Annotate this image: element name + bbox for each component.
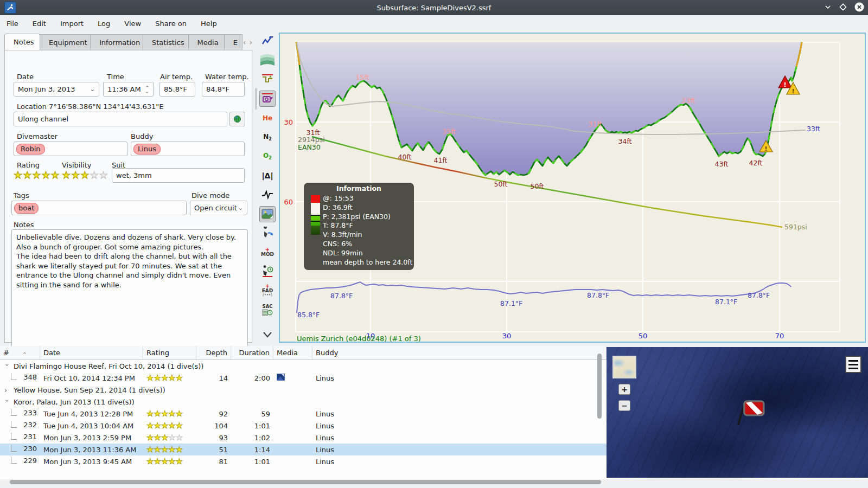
star-icon[interactable]: ★ (41, 170, 50, 180)
star-icon[interactable]: ★ (176, 373, 183, 383)
menu-import[interactable]: Import (60, 20, 84, 28)
column-header-depth[interactable]: Depth (196, 346, 231, 359)
tab-notes[interactable]: Notes (4, 34, 40, 50)
star-icon[interactable]: ★ (146, 421, 154, 431)
water-temp-field[interactable]: 84.8°F (202, 82, 245, 97)
menu-edit[interactable]: Edit (33, 20, 46, 28)
dive-row-348[interactable]: 348Fri Oct 10, 2014 12:34 PM★★★★★142:00L… (0, 372, 607, 384)
expand-icon[interactable]: › (4, 386, 10, 394)
toggle-nitrogen-button[interactable]: N2 (259, 129, 276, 145)
column-header-rating[interactable]: Rating (143, 346, 196, 359)
scroll-down-button[interactable] (259, 326, 276, 343)
toggle-ndl-button[interactable] (259, 264, 276, 280)
column-header-duration[interactable]: Duration (231, 346, 273, 359)
collapse-icon[interactable]: › (3, 399, 11, 404)
tag-boat[interactable]: boat (14, 203, 39, 214)
star-icon[interactable]: ★ (176, 421, 183, 431)
dive-row-230[interactable]: 230Mon Jun 3, 2013 11:36 AM★★★★★511:14Li… (0, 444, 607, 455)
air-temp-field[interactable]: 85.8°F (159, 82, 195, 97)
maximize-button[interactable] (839, 3, 847, 13)
map-zoom-out-button[interactable]: − (618, 400, 630, 411)
star-icon[interactable]: ★ (146, 445, 154, 454)
dive-row-229[interactable]: 229Mon Jun 3, 2013 9:45 AM★★★★★811:01Lin… (0, 455, 607, 467)
visibility-stars[interactable]: ★★★★★ (62, 170, 108, 180)
dive-list-horizontal-scrollbar[interactable] (0, 479, 607, 485)
tab-statistics[interactable]: Statistics (143, 34, 189, 50)
star-icon[interactable]: ★ (90, 170, 98, 180)
toggle-dc-ceiling-button[interactable] (259, 225, 276, 241)
star-icon[interactable]: ★ (51, 170, 60, 180)
star-icon[interactable]: ★ (154, 409, 161, 419)
toggle-mod-button[interactable]: +MOD (259, 244, 276, 260)
star-icon[interactable]: ★ (146, 373, 154, 383)
star-icon[interactable]: ★ (146, 457, 154, 466)
star-icon[interactable]: ★ (80, 170, 89, 180)
tags-field[interactable]: boat (11, 201, 187, 215)
map-zoom-in-button[interactable]: + (618, 384, 630, 395)
star-icon[interactable]: ★ (161, 445, 168, 454)
tab-e[interactable]: E (224, 34, 242, 50)
tab-media[interactable]: Media (188, 34, 225, 50)
star-icon[interactable]: ★ (161, 433, 168, 442)
menu-log[interactable]: Log (98, 20, 110, 28)
star-icon[interactable]: ★ (161, 457, 168, 466)
buddy-field[interactable]: Linus (131, 142, 245, 156)
dive-row-232[interactable]: 232Tue Jun 4, 2013 10:04 AM★★★★★1041:01L… (0, 420, 607, 432)
star-icon[interactable]: ★ (176, 409, 183, 419)
location-field[interactable]: Ulong channel (14, 112, 227, 126)
menu-share-on[interactable]: Share on (155, 20, 187, 28)
star-icon[interactable]: ★ (62, 170, 71, 180)
close-button[interactable] (854, 2, 865, 14)
notes-textarea[interactable]: Unbelievable dive. Dozens and dozens of … (11, 229, 248, 349)
dive-profile-chart[interactable]: ! ! ! 30 60 10 30 50 70 31 (279, 33, 866, 343)
profile-dive-computer-button[interactable] (259, 91, 276, 107)
time-spinner[interactable]: 11:36 AM ⌃⌃ (103, 82, 154, 97)
media-photo-icon[interactable] (277, 374, 285, 381)
star-icon[interactable]: ★ (146, 433, 154, 442)
star-icon[interactable]: ★ (71, 170, 80, 180)
star-icon[interactable]: ★ (99, 170, 108, 180)
star-icon[interactable]: ★ (161, 409, 168, 419)
tab-scroll-right-icon[interactable]: › (249, 38, 252, 47)
trip-row[interactable]: ›Yellow House, Sun Sep 21, 2014 (1 dive(… (0, 384, 607, 396)
menu-view[interactable]: View (124, 20, 141, 28)
map-globe-button[interactable] (229, 112, 245, 126)
date-select[interactable]: Mon Jun 3, 2013 ⌄ (14, 82, 99, 97)
star-icon[interactable]: ★ (154, 433, 161, 442)
overview-minimap[interactable] (612, 356, 636, 378)
toggle-gradient-factor-button[interactable]: |Δ| (259, 168, 276, 184)
star-icon[interactable]: ★ (176, 433, 183, 442)
column-header-date[interactable]: Date (40, 346, 143, 359)
star-icon[interactable]: ★ (154, 457, 161, 466)
divemaster-field[interactable]: Robin (14, 142, 127, 156)
information-tooltip[interactable]: Information @: 15:53D: 36.9ftP: 2,381psi… (304, 183, 414, 270)
rating-stars[interactable]: ★★★★★ (14, 170, 60, 180)
star-icon[interactable]: ★ (168, 373, 175, 383)
divemaster-tag[interactable]: Robin (16, 144, 45, 155)
dive-row-231[interactable]: 231Mon Jun 3, 2013 2:59 PM★★★★★931:02Lin… (0, 432, 607, 444)
profile-shaded-ceiling-button[interactable] (259, 52, 276, 68)
dive-row-233[interactable]: 233Tue Jun 4, 2013 12:28 PM★★★★★9259Linu… (0, 408, 607, 420)
star-icon[interactable]: ★ (14, 170, 22, 180)
toggle-helium-button[interactable]: He (259, 110, 276, 126)
spin-arrows-icon[interactable]: ⌃⌃ (145, 86, 149, 93)
trip-row[interactable]: ›Divi Flamingo House Reef, Fri Oct 10, 2… (0, 360, 607, 372)
tab-equipment[interactable]: Equipment (40, 34, 91, 50)
star-icon[interactable]: ★ (146, 409, 154, 419)
scrollbar-thumb[interactable] (10, 480, 601, 484)
star-icon[interactable]: ★ (154, 373, 161, 383)
collapse-icon[interactable]: › (3, 363, 11, 369)
star-icon[interactable]: ★ (32, 170, 41, 180)
star-icon[interactable]: ★ (161, 373, 168, 383)
column-header-media[interactable]: Media (273, 346, 312, 359)
map-menu-button[interactable] (845, 356, 861, 373)
star-icon[interactable]: ★ (168, 421, 175, 431)
minimize-button[interactable] (824, 3, 832, 13)
star-icon[interactable]: ★ (168, 409, 175, 419)
dive-flag-marker[interactable] (732, 397, 768, 431)
sort-ascending-icon[interactable]: › (21, 351, 28, 354)
profile-calculated-ceiling-button[interactable] (259, 72, 276, 88)
star-icon[interactable]: ★ (23, 170, 31, 180)
star-icon[interactable]: ★ (176, 457, 183, 466)
star-icon[interactable]: ★ (154, 421, 161, 431)
